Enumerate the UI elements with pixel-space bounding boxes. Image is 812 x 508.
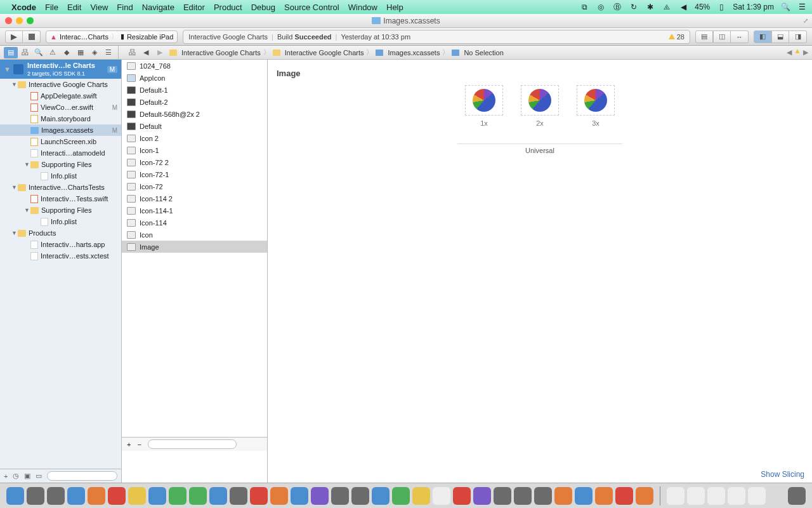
run-button[interactable]: ▶ bbox=[5, 30, 23, 43]
battery-icon[interactable]: ▯ bbox=[716, 2, 726, 12]
debug-navigator-tab[interactable]: ▦ bbox=[74, 47, 88, 58]
forward-button[interactable]: ▶ bbox=[153, 47, 167, 58]
dock-app-ibooks[interactable] bbox=[270, 487, 288, 505]
disclosure-icon[interactable]: ▼ bbox=[11, 230, 18, 236]
dock-folder-2[interactable] bbox=[687, 487, 705, 505]
dock-app-messages[interactable] bbox=[189, 487, 207, 505]
asset-row[interactable]: Image bbox=[122, 241, 267, 253]
tree-row[interactable]: ▼Interactive Google Charts bbox=[0, 79, 121, 90]
dock-app-other[interactable] bbox=[372, 487, 390, 505]
asset-filter-field[interactable] bbox=[148, 439, 237, 449]
menu-help[interactable]: Help bbox=[386, 3, 403, 12]
asset-row[interactable]: AppIcon bbox=[122, 72, 267, 84]
add-asset-button[interactable]: + bbox=[127, 441, 131, 448]
dock-app-doc[interactable] bbox=[433, 487, 450, 505]
dock-folder-4[interactable] bbox=[728, 487, 745, 505]
dock-app-appstore[interactable] bbox=[291, 487, 308, 505]
asset-row[interactable]: Icon bbox=[122, 229, 267, 241]
display-mirror-icon[interactable]: ⧉ bbox=[579, 2, 589, 12]
disclosure-icon[interactable]: ▼ bbox=[24, 161, 30, 168]
version-editor-button[interactable]: ↔ bbox=[731, 30, 749, 43]
dock-app-calendar[interactable] bbox=[108, 487, 126, 505]
asset-row[interactable]: Icon-114-1 bbox=[122, 204, 267, 217]
tree-row[interactable]: Interacti…atamodeld bbox=[0, 147, 121, 159]
prev-issue-button[interactable]: ◀ bbox=[787, 48, 792, 57]
dock-app-filezilla[interactable] bbox=[615, 487, 633, 505]
menu-editor[interactable]: Editor bbox=[183, 3, 205, 12]
b-icon[interactable]: Ⓑ bbox=[612, 2, 622, 12]
image-well-1x[interactable] bbox=[465, 85, 503, 116]
disclosure-icon[interactable]: ▼ bbox=[24, 207, 30, 213]
tree-row[interactable]: Interactiv…ests.xctest bbox=[0, 250, 121, 262]
back-button[interactable]: ◀ bbox=[139, 47, 153, 58]
menu-find[interactable]: Find bbox=[117, 3, 133, 12]
asset-row[interactable]: Icon-72 2 bbox=[122, 156, 267, 168]
menu-file[interactable]: File bbox=[45, 3, 58, 12]
report-navigator-tab[interactable]: ☰ bbox=[102, 47, 115, 58]
tree-row[interactable]: Interactiv…Tests.swift bbox=[0, 193, 121, 204]
asset-row[interactable]: Icon-72 bbox=[122, 180, 267, 192]
dock-app-mail[interactable] bbox=[67, 487, 85, 505]
dock-app-bitdefender[interactable] bbox=[575, 487, 593, 505]
menu-view[interactable]: View bbox=[90, 3, 108, 12]
jump-bar[interactable]: Interactive Google Charts〉Interactive Go… bbox=[167, 48, 504, 57]
menu-edit[interactable]: Edit bbox=[67, 3, 81, 12]
timemachine-icon[interactable]: ↻ bbox=[629, 2, 639, 12]
dock-app-bookwright[interactable] bbox=[636, 487, 653, 505]
menu-debug[interactable]: Debug bbox=[251, 3, 275, 12]
tree-row[interactable]: ▼Interactive…ChartsTests bbox=[0, 182, 121, 193]
dock-app-other4[interactable] bbox=[554, 487, 572, 505]
dock-app-safari[interactable] bbox=[47, 487, 65, 505]
disclosure-icon[interactable]: ▼ bbox=[11, 81, 18, 88]
disclosure-icon[interactable]: ▼ bbox=[11, 184, 18, 190]
tree-row[interactable]: ▼Supporting Files bbox=[0, 159, 121, 170]
dock-app-reminders[interactable] bbox=[148, 487, 166, 505]
show-slicing-button[interactable]: Show Slicing bbox=[761, 470, 804, 479]
app-name[interactable]: Xcode bbox=[11, 3, 36, 12]
tree-row[interactable]: ▼Supporting Files bbox=[0, 204, 121, 216]
tree-row[interactable]: LaunchScreen.xib bbox=[0, 136, 121, 147]
asset-row[interactable]: Icon-114 bbox=[122, 217, 267, 229]
bottom-panel-toggle[interactable]: ⬓ bbox=[771, 30, 789, 43]
dock-folder-5[interactable] bbox=[748, 487, 766, 505]
breadcrumb-item[interactable]: Interactive Google Charts bbox=[181, 49, 261, 57]
dock-app-imovie[interactable] bbox=[473, 487, 491, 505]
assistant-editor-button[interactable]: ◫ bbox=[713, 30, 731, 43]
dock-app-photobooth[interactable] bbox=[311, 487, 329, 505]
tree-row[interactable]: Interactiv…harts.app bbox=[0, 239, 121, 250]
dock-app-facetime[interactable] bbox=[209, 487, 227, 505]
menu-product[interactable]: Product bbox=[214, 3, 242, 12]
add-button[interactable]: + bbox=[4, 472, 8, 480]
dock-app-contacts[interactable] bbox=[88, 487, 105, 505]
dock-app-other3[interactable] bbox=[494, 487, 511, 505]
filter-scm-button[interactable]: ▣ bbox=[24, 472, 30, 480]
dock-trash[interactable] bbox=[788, 487, 806, 505]
tree-row[interactable]: Info.plist bbox=[0, 170, 121, 182]
scheme-selector[interactable]: ▲ Interac…Charts 〉 ▮ Resizable iPad bbox=[46, 30, 178, 43]
image-well-2x[interactable] bbox=[521, 85, 559, 116]
tree-row[interactable]: ▼Products bbox=[0, 227, 121, 239]
image-well-3x[interactable] bbox=[577, 85, 615, 116]
breadcrumb-item[interactable]: Interactive Google Charts bbox=[285, 49, 364, 57]
issue-navigator-tab[interactable]: ⚠ bbox=[46, 47, 60, 58]
menu-window[interactable]: Window bbox=[348, 3, 377, 12]
dock-app-preview[interactable] bbox=[331, 487, 349, 505]
related-items-button[interactable]: 品 bbox=[125, 47, 139, 58]
dock-app-dashboard[interactable] bbox=[27, 487, 44, 505]
dock-app-systemprefs[interactable] bbox=[351, 487, 369, 505]
notifications-icon[interactable]: ☰ bbox=[797, 2, 807, 12]
spotlight-icon[interactable]: 🔍 bbox=[780, 2, 790, 12]
wifi-icon[interactable]: ⧌ bbox=[662, 2, 672, 12]
asset-row[interactable]: Default-568h@2x 2 bbox=[122, 108, 267, 120]
dock-app-notes[interactable] bbox=[128, 487, 146, 505]
bluetooth-icon[interactable]: ✱ bbox=[645, 2, 655, 12]
tree-row[interactable]: Info.plist bbox=[0, 216, 121, 227]
dock-folder-3[interactable] bbox=[707, 487, 725, 505]
test-navigator-tab[interactable]: ◆ bbox=[60, 47, 74, 58]
dock-app-launchpad[interactable] bbox=[230, 487, 247, 505]
filter-recent-button[interactable]: ◷ bbox=[13, 472, 19, 480]
remove-asset-button[interactable]: − bbox=[137, 441, 141, 448]
project-navigator-tab[interactable]: ▤ bbox=[4, 47, 18, 58]
dock-app-opera[interactable] bbox=[453, 487, 471, 505]
tree-row[interactable]: ViewCo…er.swiftM bbox=[0, 102, 121, 113]
